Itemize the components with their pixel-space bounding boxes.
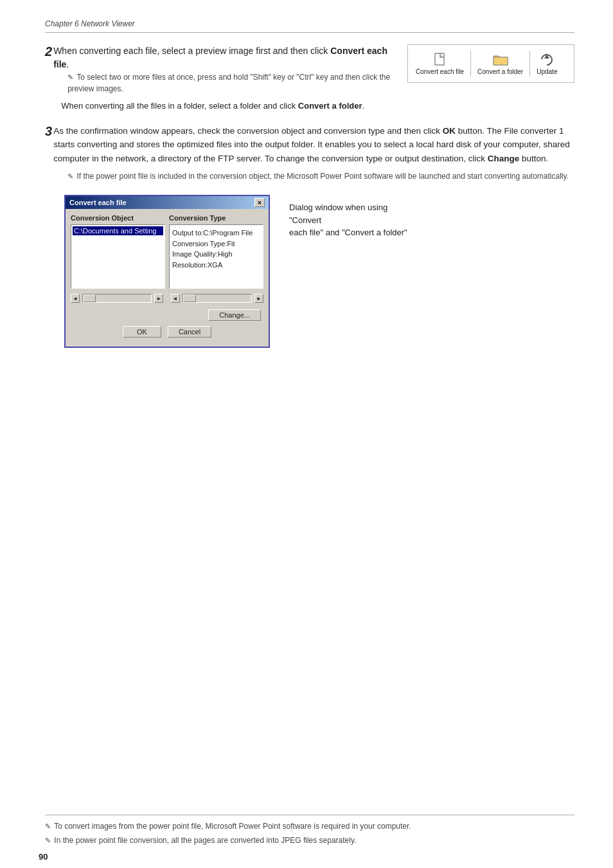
step2-para-start: When converting all the files in a folde… — [61, 101, 298, 111]
scrollbar2[interactable] — [182, 294, 252, 303]
step3-note-text: If the power point file is included in t… — [76, 172, 569, 181]
step2-para-end: . — [362, 101, 365, 111]
scrollbar1[interactable] — [82, 294, 152, 303]
step2-text: 2 When converting each file, select a pr… — [45, 44, 407, 113]
update-icon — [538, 52, 556, 66]
step2-number: 2 — [45, 44, 52, 59]
scroll-right-arrow1[interactable]: ► — [154, 294, 163, 303]
page-number: 90 — [39, 852, 48, 862]
win-change-row: Change... — [71, 307, 263, 323]
win-titlebar: Convert each file × — [66, 196, 269, 209]
step2-paragraph: When converting all the files in a folde… — [45, 100, 395, 113]
step2-note1: ✎ To select two or more files at once, p… — [67, 71, 395, 95]
svg-rect-1 — [493, 57, 508, 65]
step3-content: As the confirmation window appears, chec… — [53, 124, 574, 183]
footer-note1: ✎ To convert images from the power point… — [45, 820, 574, 832]
win-col2-listbox[interactable]: Output to:C:\Program File Conversion Typ… — [169, 224, 263, 289]
step3-text-before-ok: As the confirmation window appears, chec… — [53, 126, 443, 136]
dialog-caption-line2: each file" and "Convert a folder" — [289, 228, 407, 237]
step3-text-end: button. — [519, 154, 548, 163]
toolbar-divider1 — [470, 51, 471, 77]
toolbar-box: Convert each file Convert a folder — [407, 44, 574, 83]
step3-number: 3 — [45, 124, 52, 139]
step2-main: When converting each file, select a prev… — [53, 44, 395, 71]
footer-note2-text: In the power point file conversion, all … — [54, 836, 356, 845]
toolbar-item-convert-each[interactable]: Convert each file — [416, 52, 464, 75]
win-col1-listbox[interactable]: C:\Documents and Setting — [71, 224, 165, 289]
scroll-thumb2[interactable] — [183, 294, 196, 302]
close-icon: × — [258, 199, 262, 206]
toolbar-item-convert-each-label: Convert each file — [416, 68, 464, 75]
step2-container: 2 When converting each file, select a pr… — [45, 44, 574, 113]
win-col2-line3: Image Quality:High — [172, 249, 260, 260]
win-col2-line4: Resolution:XGA — [172, 260, 260, 271]
step2-content: When converting each file, select a prev… — [53, 44, 395, 95]
step2-note1-text: To select two or more files at once, pre… — [67, 73, 390, 93]
svg-rect-0 — [435, 53, 444, 65]
win-col1-header: Conversion Object — [71, 214, 165, 222]
win-dialog: Convert each file × Conversion Object C:… — [64, 195, 270, 348]
win-columns: Conversion Object C:\Documents and Setti… — [71, 214, 263, 289]
win-col1-item: C:\Documents and Setting — [73, 226, 163, 235]
chapter-title: Chapter 6 Network Viewer — [45, 19, 135, 28]
step2-row: 2 When converting each file, select a pr… — [45, 44, 395, 95]
step2-period: . — [66, 59, 69, 69]
convert-folder-icon — [492, 52, 510, 66]
step3-row: 3 As the confirmation window appears, ch… — [45, 124, 574, 183]
win-change-button[interactable]: Change... — [208, 309, 261, 321]
win-cancel-button[interactable]: Cancel — [168, 326, 211, 338]
step3-section: 3 As the confirmation window appears, ch… — [45, 124, 574, 183]
footer-note1-text: To convert images from the power point f… — [54, 822, 411, 831]
step2-note-icon: ✎ — [67, 72, 73, 83]
dialog-caption-line1: Dialog window when using "Convert — [289, 203, 387, 225]
win-col2: Conversion Type Output to:C:\Program Fil… — [169, 214, 263, 289]
chapter-header: Chapter 6 Network Viewer — [45, 19, 574, 33]
step3-note: ✎ If the power point file is included in… — [67, 170, 574, 182]
win-ok-button[interactable]: OK — [123, 326, 161, 338]
toolbar-divider2 — [529, 51, 530, 77]
win-col2-detail: Output to:C:\Program File Conversion Typ… — [171, 226, 262, 271]
scroll-right-arrow2[interactable]: ► — [254, 294, 263, 303]
win-close-button[interactable]: × — [254, 198, 265, 207]
step2-para-bold: Convert a folder — [298, 101, 362, 111]
footer-note2-icon: ✎ — [45, 835, 51, 846]
step2-main-text: When converting each file, select a prev… — [53, 46, 330, 56]
scroll-left-arrow2[interactable]: ◄ — [171, 294, 180, 303]
win-dialog-title: Convert each file — [69, 199, 127, 206]
footer-area: ✎ To convert images from the power point… — [45, 815, 574, 849]
win-col1: Conversion Object C:\Documents and Setti… — [71, 214, 165, 289]
dialog-area: Convert each file × Conversion Object C:… — [64, 195, 574, 348]
win-col2-header: Conversion Type — [169, 214, 263, 222]
step3-ok: OK — [443, 126, 456, 136]
dialog-caption: Dialog window when using "Convert each f… — [289, 195, 418, 239]
win-col2-line1: Output to:C:\Program File — [172, 228, 260, 239]
toolbar-item-convert-folder[interactable]: Convert a folder — [477, 52, 523, 75]
scrollbar-row: ◄ ► ◄ ► — [71, 294, 263, 303]
convert-each-icon — [431, 52, 449, 66]
toolbar-item-update[interactable]: Update — [537, 52, 557, 75]
step3-main: As the confirmation window appears, chec… — [53, 124, 574, 166]
scroll-thumb1[interactable] — [83, 294, 96, 302]
win-col2-line2: Conversion Type:Fit — [172, 239, 260, 249]
win-body: Conversion Object C:\Documents and Setti… — [66, 209, 269, 347]
step3-change: Change — [488, 154, 520, 163]
page: Chapter 6 Network Viewer 2 When converti… — [0, 0, 613, 868]
toolbar-item-convert-folder-label: Convert a folder — [477, 68, 523, 75]
toolbar-item-update-label: Update — [537, 68, 557, 75]
footer-note2: ✎ In the power point file conversion, al… — [45, 835, 574, 846]
step3-note-icon: ✎ — [67, 171, 73, 182]
footer-note1-icon: ✎ — [45, 821, 51, 832]
scroll-left-arrow1[interactable]: ◄ — [71, 294, 80, 303]
win-footer-row: OK Cancel — [71, 323, 263, 341]
